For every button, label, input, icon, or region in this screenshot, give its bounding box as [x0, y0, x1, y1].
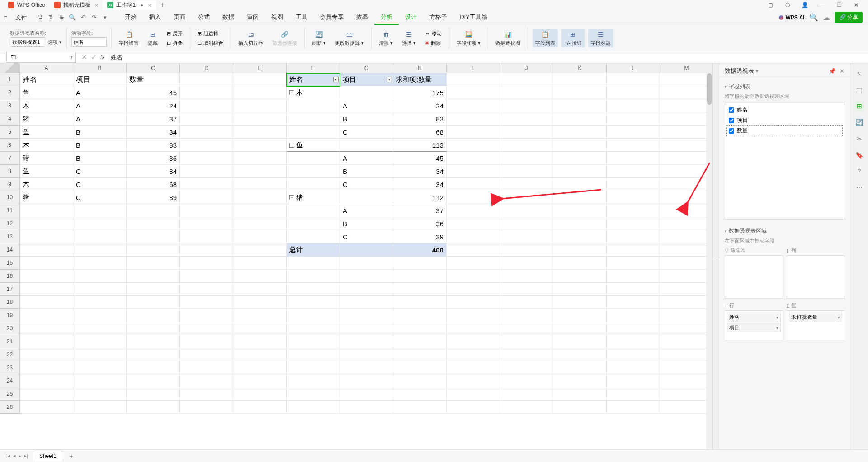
cell[interactable] — [180, 191, 233, 204]
cell[interactable] — [500, 165, 553, 178]
cell[interactable] — [127, 257, 180, 270]
cell[interactable]: 鱼 — [20, 126, 73, 139]
qat-dropdown-icon[interactable]: ▾ — [100, 13, 109, 22]
close-button[interactable]: ✕ — [848, 0, 864, 9]
cell[interactable] — [393, 257, 447, 270]
cell[interactable] — [500, 126, 553, 139]
refresh-side-icon[interactable]: 🔄 — [854, 117, 864, 127]
cell[interactable] — [287, 335, 340, 348]
cell[interactable]: 木 — [20, 178, 73, 191]
cell[interactable]: A — [340, 204, 393, 217]
cell[interactable] — [553, 152, 607, 165]
cell[interactable] — [340, 374, 393, 387]
cell[interactable] — [233, 361, 287, 374]
tab-formula[interactable]: 公式 — [192, 10, 216, 25]
cell[interactable]: 37 — [127, 112, 180, 126]
cell[interactable] — [553, 73, 607, 86]
cell[interactable]: 39 — [127, 191, 180, 204]
cell[interactable] — [500, 296, 553, 309]
cell[interactable] — [660, 230, 712, 243]
tab-view[interactable]: 视图 — [265, 10, 289, 25]
cell[interactable] — [233, 296, 287, 309]
cell[interactable] — [607, 165, 660, 178]
cell[interactable] — [180, 348, 233, 361]
cell[interactable] — [660, 322, 712, 335]
cell[interactable] — [393, 387, 447, 401]
values-dropzone[interactable]: 求和项:数量▾ — [787, 310, 845, 340]
cell[interactable] — [660, 217, 712, 230]
cell[interactable]: 数量 — [127, 73, 180, 86]
cell[interactable] — [287, 309, 340, 322]
cell[interactable] — [20, 322, 73, 335]
cell[interactable] — [553, 139, 607, 152]
cell[interactable] — [607, 230, 660, 243]
cell[interactable] — [447, 374, 500, 387]
cell[interactable] — [233, 230, 287, 243]
cell[interactable] — [127, 387, 180, 401]
cell[interactable] — [500, 309, 553, 322]
cell[interactable] — [500, 99, 553, 112]
cell[interactable] — [607, 217, 660, 230]
close-panel-icon[interactable]: ✕ — [840, 68, 844, 75]
maximize-button[interactable]: ❐ — [831, 0, 847, 9]
cell[interactable] — [447, 152, 500, 165]
collapse-button[interactable]: ⊟折叠 — [164, 39, 185, 47]
cell[interactable] — [73, 309, 127, 322]
tab-diy[interactable]: DIY工具箱 — [453, 10, 494, 25]
cell[interactable]: C — [340, 178, 393, 191]
columns-dropzone[interactable] — [787, 255, 845, 299]
row-header-12[interactable]: 12 — [0, 217, 20, 230]
cell[interactable] — [553, 296, 607, 309]
tab-design[interactable]: 设计 — [399, 10, 423, 25]
tab-insert[interactable]: 插入 — [143, 10, 167, 25]
cell[interactable] — [607, 257, 660, 270]
cell[interactable] — [233, 243, 287, 257]
cell[interactable] — [660, 270, 712, 283]
cell[interactable] — [447, 204, 500, 217]
cell[interactable] — [447, 322, 500, 335]
cell[interactable] — [180, 230, 233, 243]
cell[interactable] — [607, 126, 660, 139]
cell[interactable] — [127, 217, 180, 230]
col-header-L[interactable]: L — [607, 63, 660, 73]
cell[interactable] — [553, 257, 607, 270]
sheet-tab[interactable]: Sheet1 — [33, 451, 63, 461]
cube-icon[interactable]: ⬡ — [779, 0, 796, 9]
vertical-scrollbar[interactable] — [706, 73, 712, 449]
cell[interactable] — [340, 243, 393, 257]
clear-button[interactable]: 🗑清除 ▾ — [376, 29, 396, 47]
tools-icon[interactable]: ✂ — [854, 134, 864, 144]
cell[interactable] — [607, 361, 660, 374]
cell[interactable] — [233, 335, 287, 348]
col-header-J[interactable]: J — [500, 63, 553, 73]
cell[interactable] — [607, 86, 660, 99]
cell[interactable] — [447, 296, 500, 309]
row-header-4[interactable]: 4 — [0, 112, 20, 126]
row-header-22[interactable]: 22 — [0, 348, 20, 361]
cell[interactable] — [287, 99, 340, 112]
cell[interactable] — [393, 348, 447, 361]
cell[interactable]: A — [73, 99, 127, 112]
tab-member[interactable]: 会员专享 — [314, 10, 350, 25]
cell[interactable] — [607, 152, 660, 165]
cell[interactable] — [393, 335, 447, 348]
cell[interactable]: −木 — [287, 86, 340, 99]
cell[interactable]: 姓名▾ — [287, 73, 340, 86]
row-header-5[interactable]: 5 — [0, 126, 20, 139]
cell[interactable] — [500, 335, 553, 348]
cell[interactable] — [20, 348, 73, 361]
cell[interactable] — [500, 348, 553, 361]
name-box[interactable]: F1 — [6, 52, 76, 63]
cell[interactable] — [447, 230, 500, 243]
cell[interactable] — [233, 348, 287, 361]
cell[interactable] — [73, 217, 127, 230]
cell[interactable] — [287, 374, 340, 387]
row-header-26[interactable]: 26 — [0, 401, 20, 414]
cell[interactable] — [233, 401, 287, 414]
cell[interactable] — [233, 270, 287, 283]
cell[interactable] — [20, 230, 73, 243]
cell[interactable] — [447, 139, 500, 152]
cell[interactable]: 34 — [127, 126, 180, 139]
cell[interactable]: 求和项:数量 — [393, 73, 447, 86]
cell[interactable]: 鱼 — [20, 86, 73, 99]
